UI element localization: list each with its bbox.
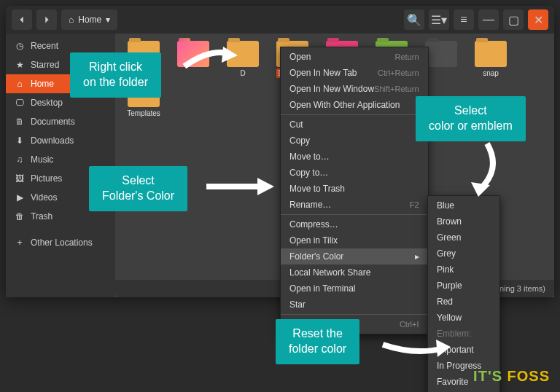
sidebar-icon: 🖵: [15, 98, 25, 108]
chevron-down-icon: ▾: [106, 15, 110, 25]
sidebar-item-downloads[interactable]: ⬇Downloads: [6, 131, 115, 150]
menu-item-open-in-terminal[interactable]: Open in Terminal: [281, 281, 428, 297]
menu-item-copy-to-[interactable]: Copy to…: [281, 165, 428, 181]
menu-shortcut: F2: [410, 200, 419, 209]
folder-item[interactable]: snap: [470, 41, 512, 78]
menu-item-open-in-new-window[interactable]: Open In New WindowShift+Return: [281, 81, 428, 97]
sidebar-icon: ♫: [15, 154, 25, 165]
sidebar-item-other-locations[interactable]: +Other Locations: [6, 233, 115, 252]
menu-item-cut[interactable]: Cut: [281, 117, 428, 133]
menu-label: Folder's Color: [289, 251, 343, 262]
sidebar-icon: ⬇: [15, 136, 25, 146]
menu-item-star[interactable]: Star: [281, 297, 428, 313]
sidebar-icon: ⌂: [15, 79, 25, 89]
folder-label: Templates: [125, 109, 163, 118]
submenu-item-purple[interactable]: Purple: [428, 278, 499, 294]
sidebar-icon: +: [15, 238, 25, 248]
menu-label: Star: [289, 299, 306, 310]
sidebar-item-documents[interactable]: 🗎Documents: [6, 112, 115, 131]
sidebar-label: Recent: [31, 41, 58, 51]
menu-item-open-with-other-application[interactable]: Open With Other Application: [281, 97, 428, 113]
sidebar-icon: ★: [15, 60, 25, 70]
brand-logo: IT'S FOSS: [473, 368, 550, 385]
sidebar-icon: 🗎: [15, 117, 25, 127]
menu-label: Move to…: [289, 152, 330, 162]
menu-label: Local Network Share: [289, 267, 370, 278]
titlebar: ⌂ Home ▾ 🔍 ☰▾ ≡ — ▢ ✕: [6, 6, 554, 34]
sidebar-icon: ◷: [15, 41, 25, 51]
menu-label: Open In New Tab: [289, 68, 357, 78]
menu-label: Compress…: [289, 219, 338, 230]
menu-shortcut: Ctrl+Return: [378, 68, 419, 77]
arrow-icon: [465, 140, 509, 198]
arrow-icon: [203, 172, 276, 201]
context-menu[interactable]: OpenReturnOpen In New TabCtrl+ReturnOpen…: [280, 47, 429, 334]
back-button[interactable]: [12, 9, 32, 30]
sidebar-label: Music: [31, 154, 53, 165]
submenu-item-grey[interactable]: Grey: [428, 246, 499, 262]
folder-icon: [475, 41, 507, 67]
submenu-item-brown[interactable]: Brown: [428, 213, 499, 230]
sidebar-label: Videos: [31, 192, 57, 203]
menu-item-folder-s-color[interactable]: Folder's Color▸: [281, 248, 428, 264]
menu-label: Open In New Window: [289, 84, 374, 94]
menu-item-open[interactable]: OpenReturn: [281, 49, 428, 65]
sidebar-icon: 🗑: [15, 211, 25, 222]
callout-reset-color: Reset thefolder color: [276, 319, 359, 364]
submenu-item-red[interactable]: Red: [428, 294, 499, 310]
menu-label: Open: [289, 52, 311, 62]
submenu-item-pink[interactable]: Pink: [428, 262, 499, 278]
close-button[interactable]: ✕: [528, 9, 548, 30]
callout-select-folders-color: SelectFolder's Color: [89, 166, 187, 211]
menu-label: Open in Terminal: [289, 283, 356, 294]
menu-shortcut: Return: [394, 52, 419, 61]
menu-label: Cut: [289, 119, 303, 130]
sidebar-label: Pictures: [31, 173, 62, 184]
arrow-icon: [379, 326, 452, 363]
menu-item-open-in-tilix[interactable]: Open in Tilix: [281, 232, 428, 248]
sidebar-label: Starred: [31, 60, 59, 70]
submenu-item-blue[interactable]: Blue: [428, 197, 499, 213]
path-bar[interactable]: ⌂ Home ▾: [61, 9, 117, 30]
menu-label: Copy to…: [289, 168, 328, 178]
arrow-icon: [181, 41, 239, 77]
sidebar-icon: ▶: [15, 192, 25, 203]
menu-button[interactable]: ≡: [454, 9, 474, 30]
submenu-item-yellow[interactable]: Yellow: [428, 310, 499, 326]
forward-button[interactable]: [36, 9, 57, 30]
folder-label: snap: [481, 68, 501, 78]
menu-label: Rename…: [289, 200, 331, 210]
menu-item-move-to-[interactable]: Move to…: [281, 149, 428, 165]
menu-label: Open With Other Application: [289, 100, 400, 110]
path-label: Home: [78, 15, 101, 25]
maximize-button[interactable]: ▢: [503, 9, 524, 30]
menu-item-copy[interactable]: Copy: [281, 133, 428, 149]
menu-item-open-in-new-tab[interactable]: Open In New TabCtrl+Return: [281, 65, 428, 81]
menu-item-rename-[interactable]: Rename…F2: [281, 197, 428, 213]
sidebar-label: Other Locations: [31, 238, 93, 248]
sidebar-icon: 🖼: [15, 173, 25, 184]
callout-select-color-emblem: Selectcolor or emblem: [416, 96, 526, 141]
menu-label: Copy: [289, 136, 310, 146]
menu-label: Open in Tilix: [289, 235, 338, 246]
sidebar-label: Downloads: [31, 136, 74, 146]
home-icon: ⌂: [69, 15, 74, 25]
sidebar-label: Trash: [31, 211, 52, 222]
menu-item-local-network-share[interactable]: Local Network Share: [281, 264, 428, 281]
minimize-button[interactable]: —: [478, 9, 499, 30]
menu-item-compress-[interactable]: Compress…: [281, 216, 428, 232]
chevron-right-icon: ▸: [415, 251, 419, 262]
folder-label: D: [238, 68, 247, 78]
sidebar-label: Documents: [31, 117, 75, 127]
menu-shortcut: Shift+Return: [374, 85, 419, 93]
sidebar-label: Desktop: [31, 98, 63, 108]
submenu-item-green[interactable]: Green: [428, 230, 499, 246]
folder-label: [439, 68, 443, 70]
menu-label: Move to Trash: [289, 184, 345, 194]
menu-item-move-to-trash[interactable]: Move to Trash: [281, 181, 428, 197]
callout-right-click: Right clickon the folder: [70, 52, 161, 98]
search-button[interactable]: 🔍: [404, 9, 424, 30]
view-list-button[interactable]: ☰▾: [429, 9, 449, 30]
folder-icon: [425, 41, 457, 67]
sidebar-label: Home: [31, 79, 54, 89]
